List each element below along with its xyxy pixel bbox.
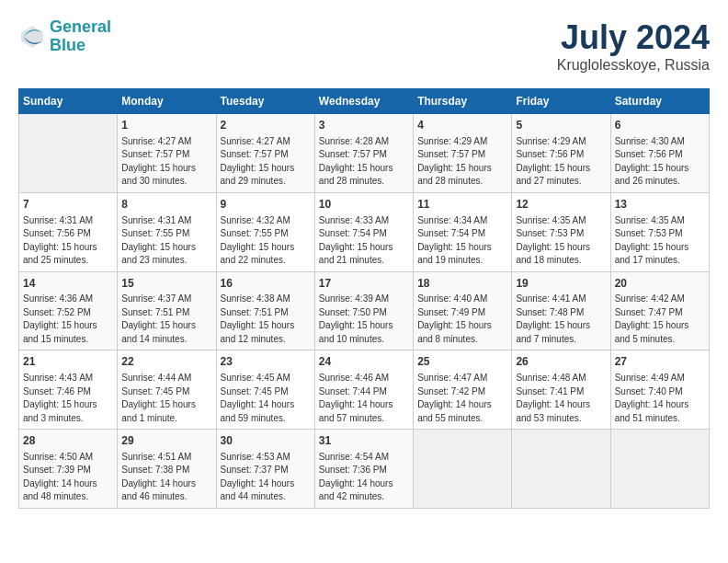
calendar-cell: 19Sunrise: 4:41 AM Sunset: 7:48 PM Dayli…: [512, 271, 610, 350]
column-header-saturday: Saturday: [610, 89, 709, 114]
calendar-week-1: 1Sunrise: 4:27 AM Sunset: 7:57 PM Daylig…: [19, 114, 710, 193]
day-number: 14: [23, 276, 113, 292]
day-info: Sunrise: 4:50 AM Sunset: 7:39 PM Dayligh…: [23, 451, 113, 504]
day-number: 24: [319, 354, 409, 370]
logo-icon: [18, 23, 46, 51]
calendar-cell: 23Sunrise: 4:45 AM Sunset: 7:45 PM Dayli…: [216, 350, 314, 430]
day-info: Sunrise: 4:27 AM Sunset: 7:57 PM Dayligh…: [121, 135, 211, 189]
calendar-week-3: 14Sunrise: 4:36 AM Sunset: 7:52 PM Dayli…: [19, 271, 710, 350]
day-info: Sunrise: 4:51 AM Sunset: 7:38 PM Dayligh…: [121, 451, 211, 504]
calendar-cell: 25Sunrise: 4:47 AM Sunset: 7:42 PM Dayli…: [414, 350, 512, 430]
day-info: Sunrise: 4:48 AM Sunset: 7:41 PM Dayligh…: [516, 372, 606, 425]
column-header-monday: Monday: [118, 89, 216, 114]
day-number: 7: [23, 197, 113, 213]
day-number: 28: [23, 433, 113, 449]
calendar-cell: 7Sunrise: 4:31 AM Sunset: 7:56 PM Daylig…: [19, 192, 118, 271]
day-info: Sunrise: 4:34 AM Sunset: 7:54 PM Dayligh…: [417, 214, 507, 268]
calendar-body: 1Sunrise: 4:27 AM Sunset: 7:57 PM Daylig…: [19, 114, 710, 509]
column-header-sunday: Sunday: [19, 89, 118, 114]
day-info: Sunrise: 4:46 AM Sunset: 7:44 PM Dayligh…: [319, 372, 409, 425]
calendar-cell: 8Sunrise: 4:31 AM Sunset: 7:55 PM Daylig…: [118, 192, 216, 271]
month-year-title: July 2024: [557, 18, 710, 57]
calendar-cell: 28Sunrise: 4:50 AM Sunset: 7:39 PM Dayli…: [19, 430, 118, 509]
calendar-cell: 22Sunrise: 4:44 AM Sunset: 7:45 PM Dayli…: [118, 350, 216, 430]
calendar-cell: [512, 430, 610, 509]
svg-marker-0: [21, 26, 43, 48]
day-number: 8: [121, 197, 211, 213]
day-info: Sunrise: 4:43 AM Sunset: 7:46 PM Dayligh…: [23, 372, 113, 425]
calendar-cell: 18Sunrise: 4:40 AM Sunset: 7:49 PM Dayli…: [414, 271, 512, 350]
day-info: Sunrise: 4:37 AM Sunset: 7:51 PM Dayligh…: [121, 293, 211, 346]
day-info: Sunrise: 4:49 AM Sunset: 7:40 PM Dayligh…: [615, 372, 705, 425]
day-number: 19: [516, 276, 606, 292]
day-number: 11: [417, 197, 507, 213]
day-number: 16: [221, 276, 311, 292]
day-number: 17: [319, 276, 409, 292]
day-number: 18: [417, 276, 507, 292]
day-number: 22: [121, 354, 211, 370]
calendar-cell: 17Sunrise: 4:39 AM Sunset: 7:50 PM Dayli…: [314, 271, 413, 350]
calendar-cell: 5Sunrise: 4:29 AM Sunset: 7:56 PM Daylig…: [512, 114, 610, 193]
calendar-table: SundayMondayTuesdayWednesdayThursdayFrid…: [18, 88, 710, 509]
day-info: Sunrise: 4:30 AM Sunset: 7:56 PM Dayligh…: [615, 135, 705, 189]
day-number: 4: [417, 118, 507, 133]
location-subtitle: Kruglolesskoye, Russia: [557, 57, 710, 74]
logo-text: General Blue: [50, 18, 111, 55]
day-info: Sunrise: 4:40 AM Sunset: 7:49 PM Dayligh…: [417, 293, 507, 346]
calendar-cell: 10Sunrise: 4:33 AM Sunset: 7:54 PM Dayli…: [314, 192, 413, 271]
calendar-cell: [610, 430, 709, 509]
day-number: 13: [615, 197, 705, 213]
day-number: 9: [221, 197, 311, 213]
day-number: 23: [221, 354, 311, 370]
day-info: Sunrise: 4:35 AM Sunset: 7:53 PM Dayligh…: [516, 214, 606, 268]
day-info: Sunrise: 4:32 AM Sunset: 7:55 PM Dayligh…: [221, 214, 311, 268]
calendar-cell: 29Sunrise: 4:51 AM Sunset: 7:38 PM Dayli…: [118, 430, 216, 509]
calendar-cell: 4Sunrise: 4:29 AM Sunset: 7:57 PM Daylig…: [414, 114, 512, 193]
day-info: Sunrise: 4:47 AM Sunset: 7:42 PM Dayligh…: [417, 372, 507, 425]
page-header: General Blue July 2024 Kruglolesskoye, R…: [18, 18, 710, 74]
day-info: Sunrise: 4:41 AM Sunset: 7:48 PM Dayligh…: [516, 293, 606, 346]
day-info: Sunrise: 4:31 AM Sunset: 7:55 PM Dayligh…: [121, 214, 211, 268]
day-number: 3: [319, 118, 409, 133]
day-number: 30: [221, 433, 311, 449]
day-info: Sunrise: 4:31 AM Sunset: 7:56 PM Dayligh…: [23, 214, 113, 268]
day-number: 29: [121, 433, 211, 449]
day-number: 21: [23, 354, 113, 370]
column-header-friday: Friday: [512, 89, 610, 114]
calendar-cell: 15Sunrise: 4:37 AM Sunset: 7:51 PM Dayli…: [118, 271, 216, 350]
calendar-cell: 21Sunrise: 4:43 AM Sunset: 7:46 PM Dayli…: [19, 350, 118, 430]
day-info: Sunrise: 4:54 AM Sunset: 7:36 PM Dayligh…: [319, 451, 409, 504]
column-header-wednesday: Wednesday: [314, 89, 413, 114]
day-info: Sunrise: 4:42 AM Sunset: 7:47 PM Dayligh…: [615, 293, 705, 346]
day-info: Sunrise: 4:28 AM Sunset: 7:57 PM Dayligh…: [319, 135, 409, 189]
calendar-week-4: 21Sunrise: 4:43 AM Sunset: 7:46 PM Dayli…: [19, 350, 710, 430]
day-number: 2: [221, 118, 311, 133]
day-info: Sunrise: 4:35 AM Sunset: 7:53 PM Dayligh…: [615, 214, 705, 268]
day-info: Sunrise: 4:39 AM Sunset: 7:50 PM Dayligh…: [319, 293, 409, 346]
calendar-cell: 24Sunrise: 4:46 AM Sunset: 7:44 PM Dayli…: [314, 350, 413, 430]
day-number: 1: [121, 118, 211, 133]
calendar-cell: 26Sunrise: 4:48 AM Sunset: 7:41 PM Dayli…: [512, 350, 610, 430]
day-number: 27: [615, 354, 705, 370]
day-number: 26: [516, 354, 606, 370]
column-header-thursday: Thursday: [414, 89, 512, 114]
calendar-cell: 13Sunrise: 4:35 AM Sunset: 7:53 PM Dayli…: [610, 192, 709, 271]
calendar-cell: 6Sunrise: 4:30 AM Sunset: 7:56 PM Daylig…: [610, 114, 709, 193]
calendar-cell: 20Sunrise: 4:42 AM Sunset: 7:47 PM Dayli…: [610, 271, 709, 350]
calendar-cell: [19, 114, 118, 193]
day-info: Sunrise: 4:44 AM Sunset: 7:45 PM Dayligh…: [121, 372, 211, 425]
calendar-cell: 12Sunrise: 4:35 AM Sunset: 7:53 PM Dayli…: [512, 192, 610, 271]
calendar-cell: 1Sunrise: 4:27 AM Sunset: 7:57 PM Daylig…: [118, 114, 216, 193]
column-header-tuesday: Tuesday: [216, 89, 314, 114]
calendar-cell: 2Sunrise: 4:27 AM Sunset: 7:57 PM Daylig…: [216, 114, 314, 193]
day-number: 20: [615, 276, 705, 292]
calendar-cell: 14Sunrise: 4:36 AM Sunset: 7:52 PM Dayli…: [19, 271, 118, 350]
logo: General Blue: [18, 18, 111, 55]
calendar-cell: 9Sunrise: 4:32 AM Sunset: 7:55 PM Daylig…: [216, 192, 314, 271]
calendar-cell: 3Sunrise: 4:28 AM Sunset: 7:57 PM Daylig…: [314, 114, 413, 193]
day-number: 10: [319, 197, 409, 213]
day-number: 25: [417, 354, 507, 370]
day-info: Sunrise: 4:36 AM Sunset: 7:52 PM Dayligh…: [23, 293, 113, 346]
day-info: Sunrise: 4:33 AM Sunset: 7:54 PM Dayligh…: [319, 214, 409, 268]
title-block: July 2024 Kruglolesskoye, Russia: [557, 18, 710, 74]
